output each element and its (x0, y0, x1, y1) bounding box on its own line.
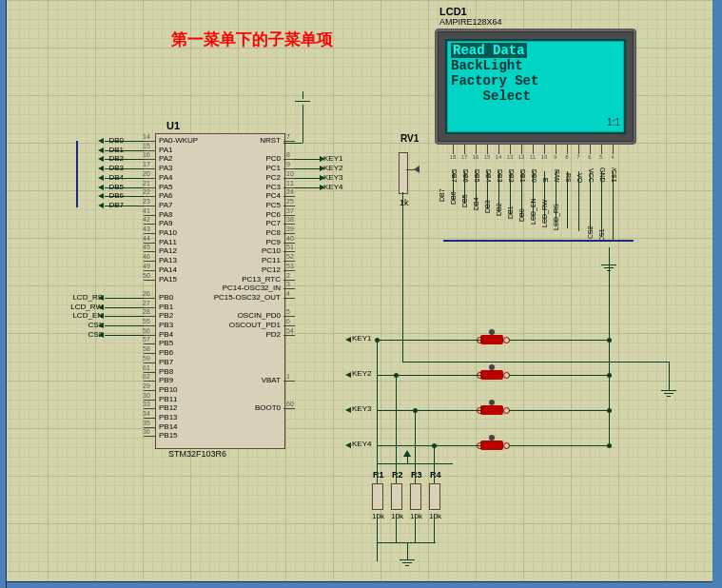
pin-number: 51 (286, 244, 294, 250)
resistor[interactable] (410, 483, 421, 510)
net-label: DB0 (518, 208, 525, 222)
pin-number: 37 (286, 207, 294, 214)
push-button[interactable] (480, 335, 503, 344)
lcd-component[interactable]: Read Data BackLight Factory Set Select 1… (435, 29, 636, 145)
wire (669, 362, 670, 390)
pin-number: 29 (143, 382, 150, 389)
pin-stub (144, 436, 155, 437)
pin-name: PA8 (159, 210, 173, 219)
pin-name: PA11 (159, 238, 177, 246)
wire (609, 410, 610, 445)
arrow-icon (98, 193, 104, 199)
wire (302, 91, 303, 99)
resistor[interactable] (372, 483, 383, 510)
pin-stub (144, 280, 155, 281)
pin-name: PC6 (265, 210, 281, 219)
pin-name: PA3 (159, 164, 173, 172)
pin-name: PC14-OSC32_IN (223, 284, 281, 292)
pin-number: 53 (286, 263, 294, 269)
button-plunger-icon (489, 364, 495, 370)
wire (377, 542, 436, 543)
pin-stub (283, 335, 295, 336)
pin-number: 57 (143, 336, 150, 343)
arrow-icon (98, 175, 104, 181)
arrow-icon (98, 304, 104, 310)
key-net-label: KEY4 (352, 440, 371, 448)
net-label: DB5 (86, 183, 124, 191)
button-terminal (477, 407, 483, 414)
pin-name: PC10 (262, 246, 281, 255)
pin-name: PB13 (159, 413, 178, 421)
arrow-icon (345, 442, 351, 448)
wire (105, 307, 144, 308)
key-net-label: KEY3 (352, 404, 371, 413)
rv-body[interactable] (399, 152, 408, 194)
pin-name: PA14 (159, 265, 177, 274)
pin-number: 9 (286, 161, 290, 167)
resistor-value: 10k (372, 512, 384, 520)
net-label: LCD_RW (65, 303, 103, 311)
net-label: KEY2 (323, 164, 342, 172)
arrow-icon (414, 166, 420, 173)
resistor-ref: R4 (430, 470, 441, 480)
pin-number: 22 (143, 188, 150, 195)
wire (302, 105, 303, 143)
arrow-icon (320, 156, 325, 162)
pin-name: PA1 (159, 146, 173, 154)
rv-ref: RV1 (400, 133, 419, 144)
pin-number: 43 (143, 225, 150, 232)
net-label: DB4 (473, 197, 479, 210)
wire (434, 514, 435, 542)
lcd-line-0: Read Data (451, 43, 527, 58)
pin-name: PB8 (159, 367, 173, 376)
arrow-icon (345, 372, 351, 378)
wire (377, 410, 480, 411)
pin-name: PB5 (159, 339, 173, 347)
push-button[interactable] (480, 370, 503, 380)
mcu-part: STM32F103R6 (168, 449, 226, 459)
net-label: KEY3 (323, 173, 342, 182)
pin-name: PC0 (265, 154, 281, 163)
resistor[interactable] (391, 483, 402, 510)
pin-name: PA12 (159, 246, 177, 255)
net-label: DB3 (484, 200, 491, 213)
pin-number: 5 (286, 308, 290, 315)
wire (578, 171, 579, 231)
lcd-screen: Read Data BackLight Factory Set Select 1… (445, 39, 626, 134)
pin-name: PC9 (265, 238, 281, 246)
wire (509, 410, 609, 411)
lcd-line-2: Factory Set (451, 73, 620, 88)
pin-stub (283, 408, 295, 409)
pin-name: PB4 (159, 330, 173, 339)
pin-number: 20 (143, 170, 150, 177)
pin-number: 49 (143, 263, 150, 269)
pin-number: 38 (286, 216, 294, 223)
pin-number: 28 (143, 308, 150, 315)
net-label: DB5 (461, 194, 468, 207)
pin-number: 44 (143, 235, 150, 242)
pin-name: PB11 (159, 395, 178, 403)
wire (377, 464, 378, 483)
pin-name: PD2 (265, 330, 281, 339)
wire (377, 340, 480, 341)
pin-name: PC2 (265, 173, 281, 182)
resistor-value: 10k (410, 512, 422, 520)
lcd-ref: LCD1 (439, 6, 467, 17)
junction-dot (607, 373, 612, 378)
pin-number: 36 (143, 428, 150, 435)
wire (377, 375, 480, 376)
frame-inner (6, 581, 712, 582)
pin-number: 30 (143, 392, 150, 399)
pin-number: 45 (143, 244, 150, 250)
button-terminal (477, 442, 483, 449)
lcd-part: AMPIRE128X64 (439, 17, 502, 27)
pin-number: 35 (143, 420, 150, 426)
push-button[interactable] (480, 441, 503, 450)
net-label: LCD_EN (530, 198, 537, 225)
pin-number: 26 (143, 290, 150, 297)
push-button[interactable] (480, 405, 503, 415)
wire (396, 514, 397, 542)
pin-name: PC12 (262, 265, 281, 274)
wire (295, 178, 322, 179)
resistor[interactable] (429, 483, 440, 510)
